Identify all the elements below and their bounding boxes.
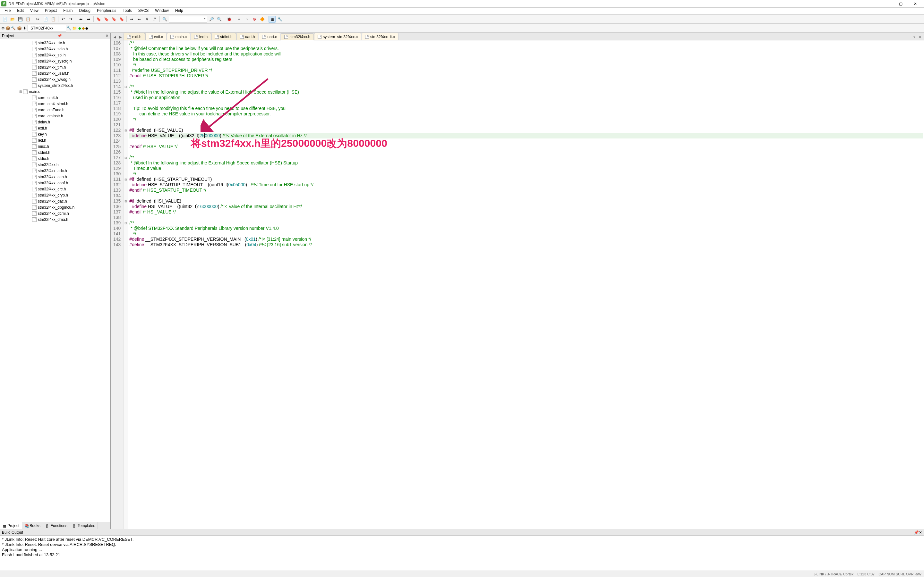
fold-marker[interactable]: ⊟ bbox=[124, 84, 128, 89]
code-line[interactable]: Tip: To avoid modifying this file each t… bbox=[129, 106, 923, 111]
code-line[interactable]: */ bbox=[129, 231, 923, 237]
menu-window[interactable]: Window bbox=[152, 8, 172, 15]
minimize-button[interactable]: ─ bbox=[879, 0, 893, 8]
code-content[interactable]: /** * @brief Comment the line below if y… bbox=[128, 40, 924, 529]
panel-close-icon[interactable]: ✕ bbox=[919, 530, 922, 535]
uncomment-icon[interactable]: // bbox=[151, 16, 158, 23]
editor-tab[interactable]: stdint.h bbox=[212, 33, 236, 40]
tree-file[interactable]: key.h bbox=[0, 131, 110, 137]
editor-tab[interactable]: uart.c bbox=[258, 33, 280, 40]
code-line[interactable]: /** bbox=[129, 155, 923, 160]
tab-close-icon[interactable]: ✕ bbox=[917, 34, 923, 40]
code-line[interactable] bbox=[129, 149, 923, 155]
code-line[interactable]: * @brief Comment the line below if you w… bbox=[129, 46, 923, 51]
tree-file[interactable]: stm32f4xx_crc.h bbox=[0, 186, 110, 192]
panel-close-icon[interactable]: ✕ bbox=[105, 34, 108, 38]
code-line[interactable] bbox=[129, 193, 923, 198]
code-line[interactable]: * @brief STM32F4XX Standard Peripherals … bbox=[129, 226, 923, 231]
tree-file[interactable]: misc.h bbox=[0, 143, 110, 149]
incremental-find-icon[interactable]: 🔍 bbox=[216, 16, 223, 23]
cut-icon[interactable]: ✂ bbox=[34, 16, 41, 23]
menu-file[interactable]: File bbox=[1, 8, 14, 15]
redo-icon[interactable]: ↷ bbox=[67, 16, 74, 23]
editor-tab[interactable]: main.c bbox=[167, 33, 190, 40]
tree-file[interactable]: stm32f4xx_conf.h bbox=[0, 180, 110, 186]
tree-file[interactable]: stm32f4xx_tim.h bbox=[0, 64, 110, 70]
menu-peripherals[interactable]: Peripherals bbox=[94, 8, 120, 15]
manage-rte-icon[interactable]: ◆ bbox=[78, 26, 81, 31]
tab-nav-right-icon[interactable]: ▶ bbox=[118, 34, 124, 40]
editor-tab[interactable]: stm32f4xx_it.c bbox=[362, 33, 399, 40]
configure-icon[interactable]: 🔧 bbox=[276, 16, 283, 23]
manage-icon[interactable]: 📁 bbox=[72, 26, 77, 31]
build-icon[interactable]: 📦 bbox=[5, 26, 10, 31]
breakpoint-disable-icon[interactable]: ○ bbox=[243, 16, 250, 23]
code-line[interactable] bbox=[129, 79, 923, 84]
tree-file[interactable]: stm32f4xx_cryp.h bbox=[0, 192, 110, 198]
comment-icon[interactable]: // bbox=[144, 16, 150, 23]
menu-flash[interactable]: Flash bbox=[60, 8, 76, 15]
editor-tab[interactable]: exti.c bbox=[145, 33, 166, 40]
target-selector[interactable]: STM32F40xx bbox=[27, 25, 66, 31]
menu-help[interactable]: Help bbox=[172, 8, 186, 15]
undo-icon[interactable]: ↶ bbox=[60, 16, 67, 23]
code-line[interactable]: #endif /* HSE_STARTUP_TIMEOUT */ bbox=[129, 187, 923, 193]
breakpoint-icon[interactable]: ● bbox=[236, 16, 242, 23]
code-line[interactable]: #endif /* USE_STDPERIPH_DRIVER */ bbox=[129, 73, 923, 79]
tab-nav-left-icon[interactable]: ◀ bbox=[112, 34, 118, 40]
editor-tab[interactable]: system_stm32f4xx.c bbox=[314, 33, 361, 40]
indent-icon[interactable]: ⇥ bbox=[128, 16, 135, 23]
code-line[interactable]: * @brief In the following line adjust th… bbox=[129, 160, 923, 166]
tree-file[interactable]: stm32f4xx_can.h bbox=[0, 174, 110, 180]
bookmark-next-icon[interactable]: 🔖 bbox=[110, 16, 118, 23]
code-line[interactable]: In this case, these drivers will not be … bbox=[129, 51, 923, 57]
tree-file[interactable]: exti.h bbox=[0, 125, 110, 131]
tree-file[interactable]: ⊟main.c bbox=[0, 89, 110, 95]
save-icon[interactable]: 💾 bbox=[17, 16, 24, 23]
code-line[interactable]: #if !defined (HSE_STARTUP_TIMEOUT) bbox=[129, 177, 923, 182]
tree-file[interactable]: system_stm32f4xx.h bbox=[0, 82, 110, 89]
fold-marker[interactable]: ⊟ bbox=[124, 198, 128, 204]
pack-installer-icon[interactable]: ◆ bbox=[86, 26, 88, 31]
code-editor[interactable]: 1061071081091101111121131141151161171181… bbox=[111, 40, 924, 529]
fold-marker[interactable]: ⊟ bbox=[124, 177, 128, 182]
maximize-button[interactable]: ▢ bbox=[893, 0, 908, 8]
code-line[interactable]: * @brief In the following line adjust th… bbox=[129, 89, 923, 95]
menu-debug[interactable]: Debug bbox=[76, 8, 94, 15]
fold-marker[interactable]: ⊟ bbox=[124, 155, 128, 160]
code-line[interactable]: /** bbox=[129, 220, 923, 226]
translate-icon[interactable]: ⚙ bbox=[1, 26, 5, 31]
menu-svcs[interactable]: SVCS bbox=[135, 8, 152, 15]
editor-tab[interactable]: uart.h bbox=[236, 33, 258, 40]
rebuild-icon[interactable]: 🔨 bbox=[11, 26, 16, 31]
code-line[interactable]: can define the HSE value in your toolcha… bbox=[129, 111, 923, 117]
fold-marker[interactable]: ⊟ bbox=[124, 220, 128, 226]
editor-tab[interactable]: stm32f4xx.h bbox=[281, 33, 314, 40]
tree-file[interactable]: core_cmInstr.h bbox=[0, 113, 110, 119]
download-icon[interactable]: ⬇ bbox=[23, 26, 26, 31]
editor-tab[interactable]: exti.h bbox=[124, 33, 145, 40]
copy-icon[interactable]: 📄 bbox=[42, 16, 49, 23]
code-line[interactable]: #endif /* HSE_VALUE */ bbox=[129, 144, 923, 149]
code-line[interactable]: #if !defined (HSI_VALUE) bbox=[129, 198, 923, 204]
tree-file[interactable]: stm32f4xx.h bbox=[0, 161, 110, 168]
tree-file[interactable]: stm32f4xx_wwdg.h bbox=[0, 76, 110, 82]
save-all-icon[interactable]: 📋 bbox=[24, 16, 31, 23]
tab-list-icon[interactable]: ▾ bbox=[911, 34, 917, 40]
tree-file[interactable]: core_cmFunc.h bbox=[0, 107, 110, 113]
code-line[interactable]: #define __STM32F4XX_STDPERIPH_VERSION_MA… bbox=[129, 237, 923, 242]
tree-file[interactable]: led.h bbox=[0, 137, 110, 143]
breakpoint-kill-icon[interactable]: ⊘ bbox=[251, 16, 258, 23]
code-line[interactable]: used in your application bbox=[129, 95, 923, 100]
breakpoint-window-icon[interactable]: 🔶 bbox=[258, 16, 266, 23]
pin-icon[interactable]: 📌 bbox=[914, 530, 919, 535]
code-line[interactable]: be based on direct access to peripherals… bbox=[129, 57, 923, 62]
project-tree[interactable]: stm32f4xx_rtc.hstm32f4xx_sdio.hstm32f4xx… bbox=[0, 39, 110, 522]
code-line[interactable]: #define __STM32F4XX_STDPERIPH_VERSION_SU… bbox=[129, 242, 923, 247]
code-line[interactable]: Timeout value bbox=[129, 166, 923, 171]
tree-file[interactable]: core_cm4.h bbox=[0, 95, 110, 101]
code-line[interactable]: #define HSE_STARTUP_TIMEOUT ((uint16_t)0… bbox=[129, 182, 923, 187]
new-file-icon[interactable]: 📄 bbox=[1, 16, 8, 23]
nav-back-icon[interactable]: ⬅ bbox=[78, 16, 84, 23]
code-line[interactable]: */ bbox=[129, 171, 923, 177]
